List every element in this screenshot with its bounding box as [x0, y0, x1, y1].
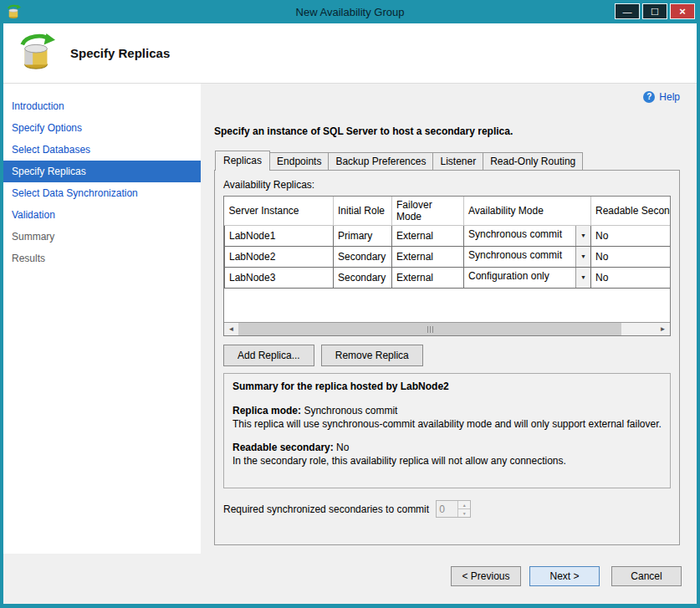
cancel-button[interactable]: Cancel — [611, 566, 682, 586]
replica-mode-line: Replica mode: Synchronous commit — [232, 405, 662, 418]
wizard-body: Introduction Specify Options Select Data… — [3, 84, 697, 554]
combobox-value: Synchronous commit — [464, 247, 575, 267]
replicas-table: Server Instance Initial Role Failover Mo… — [224, 197, 670, 289]
cell-initial-role: Secondary — [334, 267, 392, 288]
previous-button[interactable]: < Previous — [451, 566, 521, 586]
window-controls: — ☐ × — [615, 3, 695, 19]
maximize-button[interactable]: ☐ — [642, 3, 667, 19]
combobox-value: Configuration only — [464, 268, 575, 288]
scroll-right-icon[interactable]: ► — [656, 323, 670, 335]
cell-failover-mode: External — [392, 267, 464, 288]
combobox-value: Synchronous commit — [464, 226, 575, 246]
cell-initial-role: Secondary — [334, 246, 392, 267]
titlebar[interactable]: New Availability Group — ☐ × — [3, 0, 697, 23]
availability-replicas-grid: Server Instance Initial Role Failover Mo… — [223, 196, 671, 336]
cell-availability-mode: Synchronous commit ▼ — [464, 246, 591, 267]
sidebar-item-select-data-synchronization[interactable]: Select Data Synchronization — [3, 182, 201, 204]
col-header-availability-mode: Availability Mode — [464, 197, 591, 225]
tab-read-only-routing[interactable]: Read-Only Routing — [483, 152, 583, 170]
availability-mode-combobox[interactable]: Synchronous commit ▼ — [464, 247, 590, 267]
sidebar-item-specify-options[interactable]: Specify Options — [3, 117, 201, 139]
wizard-header: Specify Replicas — [3, 23, 697, 84]
replica-buttons-row: Add Replica... Remove Replica — [223, 345, 671, 366]
availability-mode-combobox[interactable]: Synchronous commit ▼ — [464, 226, 590, 246]
cell-readable-secondary: No — [591, 225, 671, 246]
cell-initial-role: Primary — [334, 225, 392, 246]
col-header-readable-secondary: Readable Secondary — [591, 197, 671, 225]
chevron-down-icon[interactable]: ▼ — [575, 247, 590, 267]
readable-secondary-value: No — [336, 442, 349, 453]
spinner-buttons: ▲ ▼ — [457, 501, 470, 517]
replicas-tab-panel: Availability Replicas: Server Instance I… — [214, 170, 680, 545]
scrollbar-grip — [427, 326, 428, 333]
commit-secondaries-input[interactable] — [437, 501, 457, 517]
app-icon — [6, 4, 21, 19]
scrollbar-thumb[interactable] — [238, 323, 621, 335]
next-button[interactable]: Next > — [529, 566, 600, 586]
cell-readable-secondary: No — [591, 246, 671, 267]
sidebar-item-summary: Summary — [3, 226, 201, 248]
cell-server-instance: LabNode3 — [225, 267, 334, 288]
wizard-steps-sidebar: Introduction Specify Options Select Data… — [3, 84, 201, 554]
table-row[interactable]: LabNode3 Secondary External Configuratio… — [225, 267, 671, 288]
replica-summary-group: Summary for the replica hosted by LabNod… — [223, 373, 671, 488]
wizard-footer: < Previous Next > Cancel — [3, 554, 697, 604]
grid-header-row: Server Instance Initial Role Failover Mo… — [225, 197, 671, 225]
sidebar-item-specify-replicas[interactable]: Specify Replicas — [3, 161, 201, 182]
cell-availability-mode: Synchronous commit ▼ — [464, 225, 591, 246]
help-link[interactable]: ? Help — [214, 90, 680, 104]
help-label: Help — [659, 91, 680, 103]
window-title: New Availability Group — [3, 6, 697, 18]
scroll-left-icon[interactable]: ◄ — [224, 323, 238, 335]
cell-failover-mode: External — [392, 246, 464, 267]
cell-server-instance: LabNode1 — [225, 225, 334, 246]
spin-up-icon[interactable]: ▲ — [458, 501, 470, 508]
scrollbar-grip — [432, 326, 433, 333]
availability-replicas-label: Availability Replicas: — [223, 179, 671, 191]
table-row[interactable]: LabNode1 Primary External Synchronous co… — [225, 225, 671, 246]
grid-viewport: Server Instance Initial Role Failover Mo… — [224, 197, 670, 322]
sidebar-item-select-databases[interactable]: Select Databases — [3, 139, 201, 161]
readable-secondary-line: Readable secondary: No — [232, 442, 662, 455]
scrollbar-track[interactable] — [621, 323, 656, 335]
remove-replica-button[interactable]: Remove Replica — [321, 345, 423, 366]
replica-mode-value: Synchronous commit — [304, 405, 397, 416]
cell-availability-mode: Configuration only ▼ — [464, 267, 591, 288]
tab-endpoints[interactable]: Endpoints — [269, 152, 329, 170]
commit-secondaries-label: Required synchronized secondaries to com… — [223, 503, 429, 515]
table-row[interactable]: LabNode2 Secondary External Synchronous … — [225, 246, 671, 267]
help-icon: ? — [643, 91, 655, 103]
minimize-button[interactable]: — — [615, 3, 640, 19]
cell-server-instance: LabNode2 — [225, 246, 334, 267]
sidebar-item-introduction[interactable]: Introduction — [3, 95, 201, 117]
instruction-text: Specify an instance of SQL Server to hos… — [214, 125, 680, 137]
chevron-down-icon[interactable]: ▼ — [575, 226, 590, 246]
tab-backup-preferences[interactable]: Backup Preferences — [328, 152, 433, 170]
page-title: Specify Replicas — [70, 46, 170, 60]
add-replica-button[interactable]: Add Replica... — [223, 345, 314, 366]
tab-listener[interactable]: Listener — [432, 152, 483, 170]
col-header-initial-role: Initial Role — [334, 197, 392, 225]
scrollbar-grip — [430, 326, 431, 333]
col-header-failover-mode: Failover Mode — [392, 197, 464, 225]
cell-failover-mode: External — [392, 225, 464, 246]
horizontal-scrollbar[interactable]: ◄ ► — [224, 322, 670, 335]
readable-secondary-description: In the secondary role, this availability… — [232, 455, 662, 468]
summary-title: Summary for the replica hosted by LabNod… — [232, 381, 662, 394]
close-button[interactable]: × — [670, 3, 695, 19]
sidebar-item-validation[interactable]: Validation — [3, 204, 201, 226]
col-header-server-instance: Server Instance — [225, 197, 334, 225]
replica-mode-label: Replica mode: — [232, 405, 301, 416]
readable-secondary-label: Readable secondary: — [232, 442, 334, 453]
new-availability-group-window: New Availability Group — ☐ × Specify Rep… — [0, 0, 700, 608]
database-sync-icon — [17, 33, 55, 74]
commit-secondaries-spinbox[interactable]: ▲ ▼ — [436, 500, 471, 518]
main-pane: ? Help Specify an instance of SQL Server… — [201, 84, 697, 554]
replica-mode-description: This replica will use synchronous-commit… — [232, 418, 662, 432]
tab-replicas[interactable]: Replicas — [215, 151, 270, 171]
availability-mode-combobox[interactable]: Configuration only ▼ — [464, 268, 590, 288]
sidebar-item-results: Results — [3, 248, 201, 269]
spin-down-icon[interactable]: ▼ — [458, 508, 470, 517]
tab-strip: Replicas Endpoints Backup Preferences Li… — [214, 151, 680, 170]
chevron-down-icon[interactable]: ▼ — [575, 268, 590, 288]
